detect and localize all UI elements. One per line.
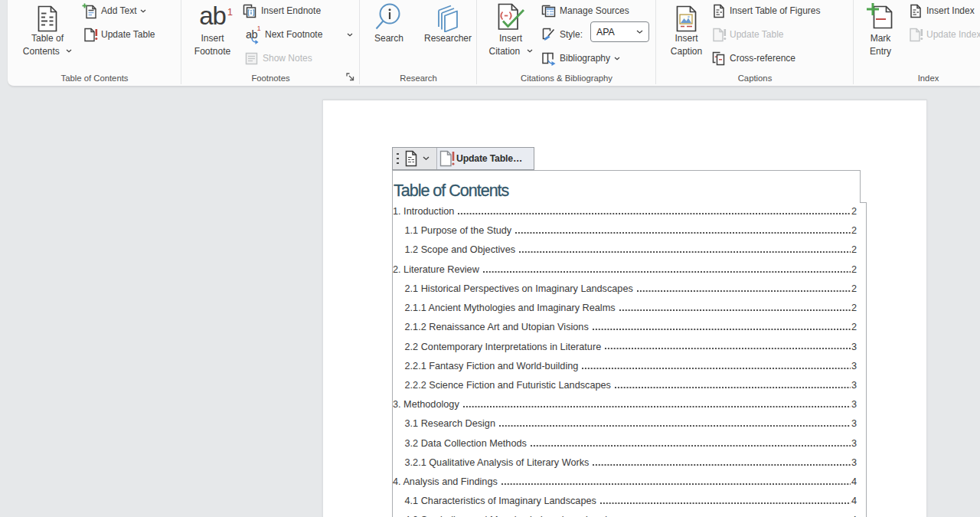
toc-page-number: 3	[851, 415, 857, 430]
toc-entry-text: 4.2 Symbolism and Meaning in Imaginary L…	[393, 512, 638, 517]
researcher-label: Researcher	[423, 32, 473, 45]
researcher-icon	[435, 3, 461, 32]
manage-sources-label: Manage Sources	[560, 5, 629, 16]
group-label-table-of-contents: Table of Contents	[8, 74, 181, 83]
insert-index-button[interactable]: Insert Index	[907, 2, 975, 20]
toc-entry-text: 3.2.1 Qualitative Analysis of Literary W…	[393, 453, 589, 468]
toc-entry[interactable]: 3.1 Research Design3	[393, 415, 857, 434]
style-select[interactable]: APA	[590, 21, 649, 42]
add-text-icon	[82, 3, 98, 19]
toc-entry-text: 2.2 Contemporary Interpretations in Lite…	[393, 338, 601, 352]
insert-footnote-button[interactable]: ab1 Insert Footnote	[184, 0, 241, 57]
toc-entry[interactable]: 2.1.2 Renaissance Art and Utopian Vision…	[393, 319, 857, 338]
bibliography-icon	[541, 51, 557, 67]
toc-entry-text: 3.1 Research Design	[393, 415, 495, 430]
group-label-research: Research	[360, 74, 477, 83]
insert-endnote-label: Insert Endnote	[261, 5, 321, 16]
manage-sources-button[interactable]: Manage Sources	[541, 2, 629, 20]
toc-leader-dots	[501, 473, 851, 486]
cross-reference-button[interactable]: Cross-reference	[710, 49, 795, 67]
cc-update-table-button[interactable]: Update Table…	[436, 148, 534, 169]
table-of-contents-button[interactable]: Table of Contents	[18, 0, 77, 57]
insert-citation-label-line1: Insert	[485, 32, 537, 45]
toc-entry[interactable]: 3.2 Data Collection Methods3	[393, 434, 857, 453]
toc-leader-dots	[515, 222, 851, 235]
toc-leader-dots	[600, 492, 851, 506]
mark-entry-icon	[866, 2, 895, 32]
toc-leader-dots	[463, 396, 851, 409]
toc-entry[interactable]: 2. Literature Review2	[393, 260, 857, 280]
ribbon-group-research: Search Researcher Research	[360, 0, 477, 86]
show-notes-button[interactable]: Show Notes	[243, 49, 312, 67]
toc-entry-text: 4. Analysis and Findings	[393, 473, 498, 487]
toc-entry[interactable]: 2.2.2 Science Fiction and Futuristic Lan…	[393, 376, 857, 395]
toc-entry[interactable]: 2.2.1 Fantasy Fiction and World-building…	[393, 357, 857, 376]
toc-entry[interactable]: 2.2 Contemporary Interpretations in Lite…	[393, 338, 857, 357]
footnotes-dialog-launcher-icon[interactable]	[346, 73, 355, 82]
insert-footnote-label-line1: Insert	[184, 32, 241, 45]
insert-endnote-button[interactable]: Insert Endnote	[242, 2, 321, 20]
insert-caption-label-line1: Insert	[666, 32, 707, 45]
content-control-document-icon[interactable]	[405, 150, 417, 167]
toc-page-number: 2	[851, 280, 857, 294]
toc-leader-dots	[458, 202, 851, 215]
cross-reference-icon	[710, 51, 727, 67]
chevron-down-icon	[527, 49, 533, 53]
ribbon-group-table-of-contents: Table of Contents Add Text	[8, 0, 181, 86]
update-index-button[interactable]: Update Index	[907, 25, 980, 44]
update-table-button[interactable]: Update Table	[82, 25, 155, 44]
next-footnote-label: Next Footnote	[265, 29, 322, 40]
cc-border-top	[392, 170, 861, 171]
insert-citation-button[interactable]: Insert Citation	[485, 0, 537, 57]
ribbon-group-index: Mark Entry Insert Index	[854, 0, 980, 86]
next-footnote-button[interactable]: ab1 Next Footnote	[243, 25, 322, 44]
manage-sources-icon	[541, 3, 557, 19]
update-table-captions-button[interactable]: Update Table	[710, 25, 784, 44]
toc-entry[interactable]: 2.1.1 Ancient Mythologies and Imaginary …	[393, 299, 857, 318]
show-notes-label: Show Notes	[263, 53, 312, 64]
search-icon	[374, 3, 403, 32]
style-label: Style:	[560, 29, 583, 40]
mark-entry-label-line1: Mark	[864, 32, 897, 45]
toc-leader-dots	[519, 241, 851, 254]
toc-entry[interactable]: 4. Analysis and Findings4	[393, 473, 857, 492]
content-control-chevron-icon[interactable]	[423, 156, 430, 161]
insert-endnote-icon	[242, 3, 258, 19]
mark-entry-button[interactable]: Mark Entry	[864, 0, 897, 57]
search-button[interactable]: Search	[368, 0, 410, 45]
toc-page-number: 3	[851, 453, 857, 468]
toc-leader-dots	[593, 453, 851, 466]
toc-entry[interactable]: 1.2 Scope and Objectives2	[393, 241, 857, 260]
researcher-button[interactable]: Researcher	[423, 0, 473, 45]
toc-entry[interactable]: 4.1 Characteristics of Imaginary Landsca…	[393, 492, 857, 512]
cc-update-table-icon	[439, 150, 455, 167]
toc-entry-text: 2.1.2 Renaissance Art and Utopian Vision…	[393, 319, 589, 333]
ribbon-group-captions: Insert Caption Insert Table of Figures	[656, 0, 854, 86]
add-text-button[interactable]: Add Text	[82, 2, 146, 20]
table-of-contents-label-line1: Table of	[18, 32, 77, 45]
next-footnote-chevron-icon[interactable]	[347, 33, 353, 37]
insert-caption-button[interactable]: Insert Caption	[666, 0, 707, 57]
toc-entry[interactable]: 4.2 Symbolism and Meaning in Imaginary L…	[393, 512, 857, 517]
add-text-label: Add Text	[101, 5, 136, 16]
bibliography-button[interactable]: Bibliography	[541, 49, 620, 67]
content-control-grip-icon[interactable]	[393, 153, 400, 165]
toc-entry-text: 3. Methodology	[393, 396, 459, 411]
toc-entry[interactable]: 3.2.1 Qualitative Analysis of Literary W…	[393, 453, 857, 473]
toc-leader-dots	[483, 260, 851, 273]
search-label: Search	[368, 32, 410, 45]
toc-entry[interactable]: 2.1 Historical Perspectives on Imaginary…	[393, 280, 857, 299]
cc-border-right-upper	[860, 170, 861, 202]
insert-table-of-figures-button[interactable]: Insert Table of Figures	[710, 2, 821, 20]
toc-page-number: 3	[851, 357, 857, 371]
show-notes-icon	[243, 51, 260, 67]
style-row: Style:	[541, 25, 583, 44]
toc-entry-text: 1.1 Purpose of the Study	[393, 222, 511, 237]
style-icon	[541, 27, 557, 43]
cross-reference-label: Cross-reference	[730, 53, 795, 64]
insert-table-of-figures-icon	[710, 3, 727, 19]
toc-entry[interactable]: 3. Methodology3	[393, 396, 857, 415]
group-label-index: Index	[900, 74, 957, 83]
toc-entry[interactable]: 1. Introduction2	[393, 202, 857, 221]
toc-entry[interactable]: 1.1 Purpose of the Study2	[393, 222, 857, 241]
